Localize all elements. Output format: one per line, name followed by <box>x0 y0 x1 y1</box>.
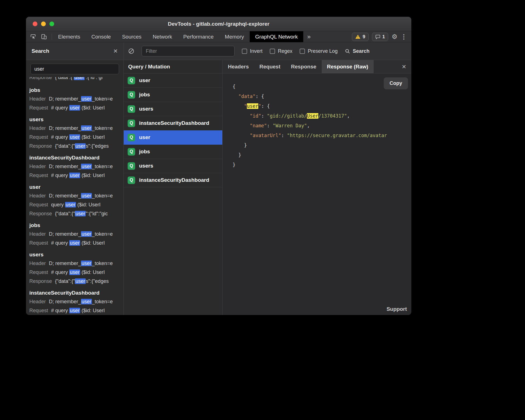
search-result-line[interactable]: HeaderD; remember_user_token=e <box>29 163 121 170</box>
checkbox-preserve-log[interactable]: Preserve Log <box>300 48 338 54</box>
tab-elements[interactable]: Elements <box>52 31 86 42</box>
toolbar-search-button[interactable]: Search <box>345 48 369 54</box>
result-line-label: Request <box>29 173 48 178</box>
query-row-instancesecuritydashboard[interactable]: QinstanceSecurityDashboard <box>124 173 222 187</box>
tab-sources[interactable]: Sources <box>116 31 147 42</box>
tab-network[interactable]: Network <box>147 31 178 42</box>
search-result-line[interactable]: Request# query user ($id: UserI <box>29 104 121 111</box>
search-result-line[interactable]: HeaderD; remember_user_token=e <box>29 260 121 267</box>
search-result-line[interactable]: Response{"data":{"user":{"id":"gic <box>29 210 121 217</box>
json-line: "avatarUrl": "https://secure.gravatar.co… <box>233 131 411 140</box>
json-line: } <box>233 150 411 160</box>
search-result-line[interactable]: HeaderD; remember_user_token=e <box>29 192 121 199</box>
clear-network-log-icon[interactable] <box>128 48 134 54</box>
result-text: _token=e <box>92 193 113 199</box>
detail-tab-response-raw[interactable]: Response (Raw) <box>322 60 374 73</box>
result-text: {"data":{" <box>55 211 75 216</box>
tab-console[interactable]: Console <box>86 31 116 42</box>
query-type-badge: Q <box>128 91 135 99</box>
clipped-result-row[interactable]: Response{ data :{ user :{ id : gi <box>29 77 121 82</box>
json-token: "gid://gitlab/ <box>267 113 307 119</box>
inspect-element-icon[interactable] <box>30 34 36 40</box>
settings-gear-icon[interactable]: ⚙ <box>392 34 397 40</box>
zoom-window-button[interactable] <box>49 22 54 26</box>
query-row-users[interactable]: Qusers <box>124 159 222 173</box>
result-match-highlight: user <box>69 134 80 140</box>
detail-tab-response[interactable]: Response <box>286 60 322 73</box>
query-row-label: jobs <box>139 149 150 155</box>
json-token: "id" <box>250 113 261 119</box>
search-result-line[interactable]: HeaderD; remember_user_token=e <box>29 231 121 238</box>
copy-button[interactable]: Copy <box>384 77 408 89</box>
query-row-instancesecuritydashboard[interactable]: QinstanceSecurityDashboard <box>124 116 222 130</box>
detail-tab-request[interactable]: Request <box>254 60 286 73</box>
tab-performance[interactable]: Performance <box>178 31 219 42</box>
more-tabs-chevron[interactable]: » <box>303 31 314 42</box>
minimize-window-button[interactable] <box>41 22 46 26</box>
tab-graphql-network[interactable]: GraphQL Network <box>250 31 303 42</box>
result-text: _token=e <box>92 261 113 266</box>
result-line-label: Request <box>29 202 48 207</box>
result-text: _token=e <box>92 231 113 237</box>
search-result-line[interactable]: Response{"data":{"users":{"edges <box>29 278 121 285</box>
search-result-line[interactable]: Request# query user ($id: UserI <box>29 172 121 179</box>
query-row-label: instanceSecurityDashboard <box>139 177 209 183</box>
result-match-highlight: user <box>69 173 80 178</box>
query-row-jobs[interactable]: Qjobs <box>124 145 222 159</box>
result-text: # query <box>51 105 69 111</box>
json-token: , <box>347 113 350 119</box>
query-row-label: users <box>139 163 153 169</box>
result-line-label: Response <box>29 143 52 149</box>
search-result-title: users <box>29 116 121 123</box>
toolbar-band: Search ✕ InvertRegexPreserve Log Sea <box>26 42 411 60</box>
checkbox-invert[interactable]: Invert <box>242 48 262 54</box>
device-toolbar-icon[interactable] <box>41 34 47 40</box>
search-result-line[interactable]: Request# query user ($id: UserI <box>29 134 121 141</box>
support-link[interactable]: Support <box>386 306 407 312</box>
result-text: # query <box>51 240 69 246</box>
detail-close-icon[interactable]: ✕ <box>402 64 406 70</box>
json-token: "name" <box>250 123 267 128</box>
query-row-user[interactable]: Quser <box>124 73 222 88</box>
json-token: " <box>258 103 261 109</box>
result-text: # query <box>51 134 69 140</box>
close-window-button[interactable] <box>33 22 37 26</box>
result-line-label: Header <box>29 125 46 131</box>
json-match-highlight: User <box>307 113 318 119</box>
search-input[interactable] <box>30 64 119 74</box>
search-result-line[interactable]: Response{"data":{"users":{"edges <box>29 143 121 150</box>
search-result-line[interactable]: HeaderD; remember_user_token=e <box>29 125 121 132</box>
messages-badge[interactable]: 1 <box>372 33 388 41</box>
search-result-line[interactable]: Requestquery user ($id: UserI <box>29 201 121 208</box>
result-text: D; remember_ <box>49 193 81 199</box>
devtools-tabbar: ElementsConsoleSourcesNetworkPerformance… <box>26 31 411 42</box>
filter-input[interactable] <box>142 46 235 56</box>
search-result-line[interactable]: Request# query user ($id: UserI <box>29 240 121 247</box>
tab-memory[interactable]: Memory <box>219 31 250 42</box>
checkbox-regex[interactable]: Regex <box>270 48 292 54</box>
query-row-users[interactable]: Qusers <box>124 102 222 116</box>
result-text: {"data":{" <box>55 278 75 284</box>
query-row-jobs[interactable]: Qjobs <box>124 88 222 102</box>
result-match-highlight: user <box>81 299 92 304</box>
json-token: : <box>267 123 273 128</box>
search-result-line[interactable]: Request# query user ($id: UserI <box>29 269 121 276</box>
response-raw-json: { "data": { "user": { "id": "gid://gitla… <box>223 73 411 170</box>
search-result-line[interactable]: Request# query user ($id: UserI <box>29 307 121 314</box>
clipped-result-line: Response{ data :{ user :{ id : gi <box>29 77 121 82</box>
result-match-highlight: user <box>69 240 80 246</box>
search-result-line[interactable]: HeaderD; remember_user_token=e <box>29 96 121 102</box>
search-result-line[interactable]: Response{ data :{ user :{ id : gi <box>29 77 121 81</box>
warnings-badge[interactable]: 9 <box>352 33 368 41</box>
search-panel-close-icon[interactable]: ✕ <box>113 48 118 54</box>
result-text: query <box>51 202 65 207</box>
kebab-menu-icon[interactable]: ⋮ <box>401 34 407 40</box>
search-result-title: jobs <box>29 87 121 94</box>
query-row-user[interactable]: Quser <box>124 130 222 145</box>
checkbox-label: Regex <box>278 48 292 54</box>
json-token: { <box>267 103 270 109</box>
query-list: QuserQjobsQusersQinstanceSecurityDashboa… <box>124 73 222 315</box>
json-token <box>233 103 244 109</box>
search-result-line[interactable]: HeaderD; remember_user_token=e <box>29 298 121 305</box>
detail-tab-headers[interactable]: Headers <box>223 60 254 73</box>
